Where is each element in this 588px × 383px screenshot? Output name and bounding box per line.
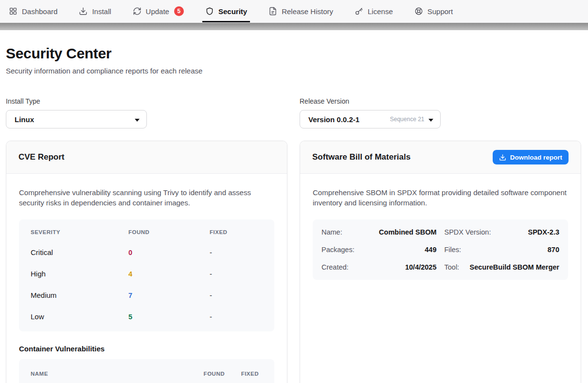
top-navigation: Dashboard Install Update 5 Security [0, 0, 588, 23]
nav-label: Install [92, 7, 111, 16]
nav-label: Support [428, 7, 453, 16]
sbom-detail-tool: Tool: SecureBuild SBOM Merger [445, 258, 560, 276]
nav-item-update[interactable]: Update 5 [133, 0, 184, 22]
detail-value: SPDX-2.3 [528, 228, 559, 236]
chevron-down-icon [135, 115, 140, 124]
install-type-select[interactable]: Linux [6, 110, 147, 128]
fixed-count: - [210, 270, 263, 278]
filters-row: Install Type Linux Release Version Versi… [6, 97, 581, 128]
found-count: 0 [128, 249, 210, 256]
col-found: FOUND [196, 371, 225, 377]
update-count-badge: 5 [174, 6, 184, 16]
nav-label: Dashboard [22, 7, 57, 16]
sbom-detail-created: Created: 10/4/2025 [321, 258, 437, 276]
fixed-count: - [210, 312, 263, 321]
sbom-card: Software Bill of Materials Download repo… [300, 141, 581, 383]
cve-card-title: CVE Report [18, 152, 64, 162]
nav-item-install[interactable]: Install [79, 0, 111, 22]
severity-table: SEVERITY FOUND FIXED Critical 0 - High 4… [19, 219, 274, 331]
severity-name: Low [31, 312, 128, 321]
nav-item-support[interactable]: Support [414, 0, 453, 22]
detail-label: SPDX Version: [445, 228, 491, 236]
key-icon [355, 7, 363, 16]
severity-table-header: SEVERITY FOUND FIXED [19, 222, 274, 242]
fixed-count: - [210, 291, 263, 299]
refresh-icon [133, 7, 142, 16]
table-row: Medium 7 - [19, 285, 274, 306]
release-version-value: Version 0.0.2-1 [308, 115, 359, 124]
page-subtitle: Security information and compliance repo… [6, 67, 581, 75]
cve-report-card: CVE Report Comprehensive vulnerability s… [6, 141, 287, 383]
container-vulnerabilities-header: NAME FOUND FIXED [19, 359, 274, 383]
detail-value: 870 [548, 246, 559, 254]
fixed-count: - [210, 248, 263, 256]
table-row: Low 5 - [19, 306, 274, 328]
detail-value: 10/4/2025 [405, 263, 437, 271]
release-version-label: Release Version [300, 97, 581, 105]
shield-icon [205, 7, 214, 16]
col-fixed: FIXED [210, 229, 263, 235]
nav-label: Update [146, 7, 169, 16]
download-report-label: Download report [510, 154, 562, 161]
found-count: 5 [128, 313, 210, 321]
severity-name: Medium [31, 291, 128, 299]
file-text-icon [268, 7, 277, 16]
life-buoy-icon [414, 7, 423, 16]
detail-label: Packages: [321, 246, 355, 254]
nav-item-release-history[interactable]: Release History [268, 0, 333, 22]
release-version-filter: Release Version Version 0.0.2-1 Sequence… [300, 97, 581, 128]
table-row: High 4 - [19, 263, 274, 285]
nav-label: Security [218, 7, 247, 16]
cve-description: Comprehensive vulnerability scanning usi… [19, 187, 274, 208]
cards-row: CVE Report Comprehensive vulnerability s… [6, 141, 581, 383]
release-version-select[interactable]: Version 0.0.2-1 Sequence 21 [300, 110, 441, 128]
detail-value: 449 [425, 246, 436, 254]
download-icon [79, 7, 88, 16]
col-fixed: FIXED [225, 371, 259, 377]
col-name: NAME [31, 371, 196, 377]
sbom-card-title: Software Bill of Materials [312, 152, 410, 162]
container-vulnerabilities-title: Container Vulnerabilities [19, 345, 274, 353]
detail-value: Combined SBOM [379, 228, 436, 236]
nav-label: License [368, 7, 393, 16]
detail-label: Files: [445, 246, 462, 254]
sbom-description: Comprehensive SBOM in SPDX format provid… [313, 187, 568, 208]
detail-label: Tool: [445, 263, 460, 271]
detail-label: Name: [321, 228, 342, 236]
table-row: Critical 0 - [19, 242, 274, 263]
download-icon [499, 154, 506, 161]
found-count: 7 [128, 292, 210, 299]
nav-item-security[interactable]: Security [205, 0, 247, 22]
header-shadow-band [0, 23, 588, 30]
nav-item-dashboard[interactable]: Dashboard [9, 0, 57, 22]
nav-item-license[interactable]: License [355, 0, 393, 22]
sbom-detail-spdx-version: SPDX Version: SPDX-2.3 [445, 223, 560, 241]
sbom-details-grid: Name: Combined SBOM SPDX Version: SPDX-2… [313, 219, 568, 280]
install-type-filter: Install Type Linux [6, 97, 287, 128]
found-count: 4 [128, 270, 210, 278]
chevron-down-icon [428, 115, 433, 124]
col-severity: SEVERITY [31, 229, 128, 235]
download-report-button[interactable]: Download report [493, 150, 569, 164]
sbom-card-header: Software Bill of Materials Download repo… [300, 141, 581, 174]
sbom-detail-packages: Packages: 449 [321, 241, 437, 258]
severity-name: High [31, 270, 128, 278]
main-content: Security Center Security information and… [0, 45, 588, 383]
sbom-detail-name: Name: Combined SBOM [321, 223, 437, 241]
nav-label: Release History [282, 7, 333, 16]
install-type-value: Linux [15, 115, 34, 124]
detail-label: Created: [321, 263, 349, 271]
sbom-card-body: Comprehensive SBOM in SPDX format provid… [300, 174, 581, 292]
release-sequence-label: Sequence 21 [390, 116, 425, 123]
dashboard-grid-icon [9, 7, 18, 16]
sbom-detail-files: Files: 870 [445, 241, 560, 258]
severity-name: Critical [31, 248, 128, 256]
detail-value: SecureBuild SBOM Merger [469, 263, 559, 271]
col-found: FOUND [128, 229, 210, 235]
install-type-label: Install Type [6, 97, 287, 105]
page-title: Security Center [6, 45, 581, 62]
cve-card-body: Comprehensive vulnerability scanning usi… [6, 174, 287, 383]
cve-card-header: CVE Report [6, 141, 287, 174]
